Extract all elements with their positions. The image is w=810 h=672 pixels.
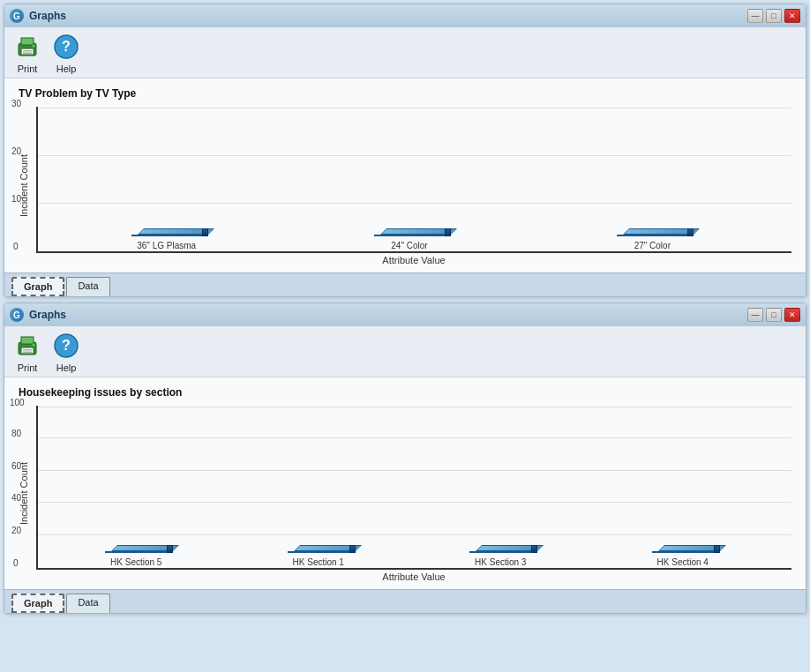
bar-front-1-2: [374, 235, 445, 236]
gridline-20: [38, 155, 791, 156]
chart-inner-1: 0 10 20 30: [36, 107, 791, 265]
maximize-button-2[interactable]: □: [766, 308, 782, 322]
y2-tick-100: 100: [10, 398, 25, 407]
bar-side-2-3: [531, 545, 537, 553]
svg-rect-4: [23, 53, 32, 55]
bar-3d-2-4: [652, 551, 714, 553]
svg-rect-1: [21, 38, 34, 45]
y-tick-30: 30: [11, 99, 21, 108]
bar-label-2-1: HK Section 5: [110, 556, 161, 568]
help-icon-1: ?: [50, 31, 82, 63]
tab-data-2[interactable]: Data: [66, 594, 109, 613]
title-left-1: G Graphs: [10, 9, 66, 23]
svg-text:?: ?: [62, 39, 71, 54]
chart-area-1: TV Problem by TV Type Incident Count 0 1…: [4, 78, 806, 273]
gridline-10: [38, 203, 791, 204]
minimize-button-1[interactable]: —: [747, 9, 763, 23]
help-svg-1: ?: [52, 33, 80, 61]
bar-item-1-2: 24" Color: [321, 235, 498, 251]
bar-label-1-3: 27" Color: [634, 240, 671, 251]
y2-tick-40: 40: [11, 493, 21, 503]
bar-label-2-4: HK Section 4: [657, 556, 709, 568]
x-axis-title-1: Attribute Value: [36, 255, 791, 265]
help-label-2: Help: [56, 362, 77, 373]
bar-3d-1-2: [374, 235, 445, 236]
y2-tick-80: 80: [11, 429, 21, 438]
bar-front-2-4: [652, 551, 714, 553]
help-button-1[interactable]: ? Help: [50, 31, 82, 74]
bar-item-2-1: HK Section 5: [48, 551, 224, 568]
chart-inner-2: 0 20 40 60 80 100: [36, 406, 791, 582]
y2-tick-20: 20: [11, 526, 21, 535]
minimize-button-2[interactable]: —: [747, 308, 763, 322]
print-label-1: Print: [18, 63, 38, 74]
bar-side-1-1: [202, 228, 208, 236]
bars-group-2: HK Section 5 HK Section 1: [45, 409, 774, 568]
title-icon-1: G: [10, 9, 24, 23]
svg-rect-12: [23, 352, 32, 354]
print-svg-2: [13, 332, 41, 360]
bar-3d-1-3: [617, 235, 687, 236]
close-button-2[interactable]: ✕: [784, 308, 800, 322]
print-icon-2: [11, 330, 43, 362]
gridline2-100: [38, 407, 791, 407]
bar-item-1-3: 27" Color: [564, 235, 740, 251]
window-1: G Graphs — □ ✕ Print: [4, 4, 806, 297]
bar-3d-2-1: [105, 551, 167, 553]
bar-item-2-3: HK Section 3: [412, 551, 589, 568]
close-button-1[interactable]: ✕: [784, 9, 800, 23]
bar-front-1-1: [131, 235, 202, 236]
bar-chart-1: Incident Count 0 10 20 30: [19, 107, 791, 265]
bar-label-2-3: HK Section 3: [475, 556, 526, 568]
title-icon-2: G: [10, 308, 24, 322]
window-controls-2: — □ ✕: [747, 308, 800, 322]
toolbar-1: Print ? Help: [4, 27, 806, 78]
tab-graph-1[interactable]: Graph: [11, 277, 64, 296]
tab-bar-1: Graph Data: [4, 273, 806, 296]
y-tick-10: 10: [11, 194, 21, 204]
bar-label-1-2: 24" Color: [391, 240, 427, 251]
y2-tick-60: 60: [11, 461, 21, 471]
title-left-2: G Graphs: [10, 308, 66, 322]
svg-point-13: [33, 344, 35, 347]
svg-rect-11: [23, 349, 32, 351]
toolbar-2: Print ? Help: [4, 326, 806, 377]
bar-front-2-1: [105, 551, 167, 553]
chart-plot-2: 0 20 40 60 80 100: [36, 406, 791, 570]
bar-front-2-2: [288, 551, 349, 553]
bar-side-1-2: [445, 228, 451, 236]
help-svg-2: ?: [52, 332, 80, 360]
bar-label-2-2: HK Section 1: [293, 556, 344, 568]
bar-front-1-3: [617, 235, 687, 236]
chart-area-2: Housekeeping issues by section Incident …: [4, 377, 806, 589]
x-axis-title-2: Attribute Value: [36, 571, 791, 582]
bars-group-1: 36" LG Plasma 24" Color: [45, 110, 774, 251]
tab-data-1[interactable]: Data: [66, 277, 109, 296]
maximize-button-1[interactable]: □: [766, 9, 782, 23]
svg-point-5: [33, 45, 35, 48]
help-button-2[interactable]: ? Help: [50, 330, 82, 373]
window-title-2: Graphs: [29, 309, 66, 321]
bar-side-2-2: [349, 545, 356, 553]
chart-title-1: TV Problem by TV Type: [19, 87, 791, 100]
bar-front-2-3: [469, 551, 531, 553]
bar-label-1-1: 36" LG Plasma: [137, 240, 196, 251]
print-button-2[interactable]: Print: [11, 330, 43, 373]
y2-tick-0: 0: [13, 558, 19, 568]
y-tick-20: 20: [11, 146, 21, 156]
tab-graph-2[interactable]: Graph: [11, 594, 64, 613]
svg-text:?: ?: [62, 338, 71, 353]
print-label-2: Print: [18, 362, 38, 373]
y-axis-label-1: Incident Count: [19, 107, 34, 265]
bar-item-2-2: HK Section 1: [230, 551, 407, 568]
titlebar-2: G Graphs — □ ✕: [4, 303, 806, 326]
window-title-1: Graphs: [29, 10, 66, 22]
svg-rect-9: [21, 337, 34, 344]
gridline2-60: [38, 470, 791, 471]
bar-3d-2-2: [288, 551, 349, 553]
bar-side-2-4: [714, 545, 720, 553]
print-svg-1: [13, 33, 41, 61]
chart-plot-1: 0 10 20 30: [36, 107, 791, 253]
bar-item-1-1: 36" LG Plasma: [79, 235, 255, 251]
print-button-1[interactable]: Print: [11, 31, 43, 74]
